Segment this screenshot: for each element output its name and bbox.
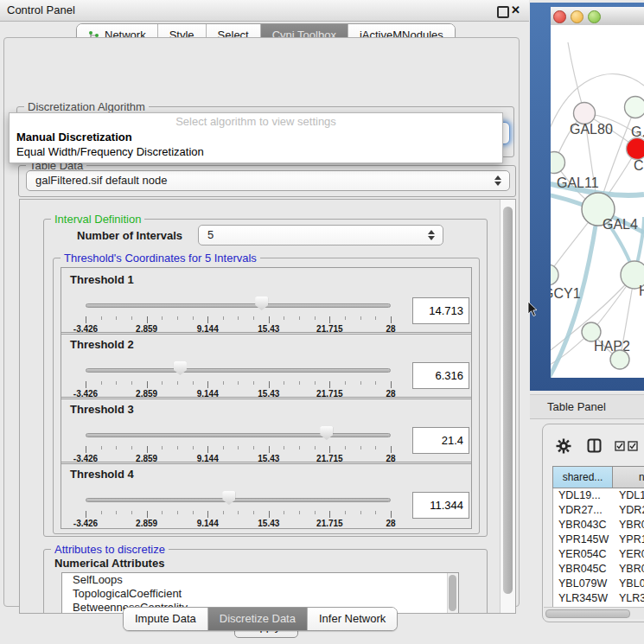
threshold-1-slider[interactable]: -3.4262.8599.14415.4321.71528 [86,292,391,332]
slider-ticks [86,381,392,388]
vertical-scrollbar[interactable] [500,200,515,613]
threshold-1-label: Threshold 1 [70,273,134,286]
threshold-2-value-field[interactable] [412,362,469,389]
tab-infer-network[interactable]: Infer Network [307,608,397,630]
table-cell[interactable]: YBR0 [614,562,644,577]
column-header-shared-name[interactable]: shared... [552,466,613,488]
network-node[interactable] [627,138,644,160]
zoom-traffic-light[interactable] [588,10,601,23]
table-cell[interactable]: YER054C [553,547,614,562]
vertical-scrollbar-thumb[interactable] [503,207,513,594]
table-row[interactable]: YDL19...YDL1 [553,488,644,503]
float-window-icon[interactable] [497,6,509,18]
table-cell[interactable]: YDL19... [553,488,614,503]
table-row[interactable]: YDR27...YDR2 [553,503,644,518]
interval-definition-group: Interval Definition Number of Intervals … [43,219,488,537]
table-cell[interactable]: YDR27... [553,503,614,518]
network-node[interactable] [610,350,629,369]
network-node-label: GCY1 [551,286,581,301]
table-cell[interactable]: YBR0 [614,518,644,532]
column-header-name[interactable]: n... [613,466,644,488]
threshold-4-slider[interactable]: -3.4262.8599.14415.4321.71528 [86,487,391,526]
list-scrollbar[interactable] [447,573,458,614]
number-of-intervals-spinner[interactable]: 5 [198,225,443,245]
dropdown-option-equal-width-frequency[interactable]: Equal Width/Frequency Discretization [10,144,502,159]
table-cell[interactable]: YDL1 [614,488,644,503]
table-cell[interactable]: YLR3 [614,591,644,606]
network-view-window[interactable]: GAL80G.CGAL11GAL4GCY1HHAP2 [530,3,644,391]
tab-discretize-data[interactable]: Discretize Data [207,608,307,630]
table-row[interactable]: YBL079WYBL0 [553,577,644,591]
tick-label: 15.43 [258,519,279,528]
table-row[interactable]: YLR345WYLR3 [553,591,644,606]
close-icon[interactable]: ✕ [511,3,520,18]
threshold-2-panel: Threshold 2 -3.4262.8599.14415.4321.7152… [61,332,472,399]
table-cell[interactable]: YBR043C [553,518,614,532]
control-panel-titlebar: Control Panel ✕ [0,0,529,22]
threshold-1-value-field[interactable] [412,297,469,324]
table-row[interactable]: YBR045CYBR0 [553,562,644,577]
network-nodes[interactable]: GAL80G.CGAL11GAL4GCY1HHAP2 [551,97,644,370]
network-node[interactable] [551,152,565,174]
minimize-traffic-light[interactable] [571,10,583,23]
interval-definition-label: Interval Definition [51,213,144,226]
slider-thumb[interactable] [222,491,235,505]
tick-label: 9.144 [197,519,219,528]
table-data-combobox[interactable]: galFiltered.sif default node [26,170,510,191]
table-cell[interactable]: YDR2 [614,503,644,518]
tab-impute-data[interactable]: Impute Data [124,608,207,630]
attribute-item[interactable]: SelfLoops [62,573,458,587]
slider-ticks [86,511,392,518]
slider-track [86,303,391,308]
table-panel-title: Table Panel [547,395,606,418]
table-body[interactable]: YDL19...YDL1YDR27...YDR2YBR043CYBR0YPR14… [552,488,644,607]
screen: Control Panel ✕ Network Style Select Cyn… [0,0,644,644]
threshold-3-value-field[interactable] [412,427,469,454]
threshold-3-panel: Threshold 3 -3.4262.8599.14415.4321.7152… [61,397,472,464]
slider-ticks [86,446,392,453]
checkbox-columns-icon[interactable] [615,441,639,451]
horizontal-scrollbar[interactable] [544,607,644,619]
threshold-3-slider[interactable]: -3.4262.8599.14415.4321.71528 [86,422,391,462]
table-data-group: Table Data galFiltered.sif default node [18,165,516,197]
close-traffic-light[interactable] [553,10,566,23]
discretization-algorithm-label: Discretization Algorithm [24,100,149,113]
threshold-3-label: Threshold 3 [70,403,134,416]
dropdown-prompt: Select algorithm to view settings [10,113,502,130]
slider-thumb[interactable] [320,426,333,440]
threshold-1-panel: Threshold 1 -3.4262.8599.14415.4321.7152… [61,267,472,335]
number-of-intervals-value: 5 [207,226,214,245]
table-row[interactable]: YBR043CYBR0 [553,518,644,532]
attributes-group-label: Attributes to discretize [51,543,169,556]
table-cell[interactable]: YBL079W [553,577,614,591]
horizontal-scrollbar-thumb[interactable] [545,609,630,618]
table-cell[interactable]: YPR1 [614,532,644,547]
table-cell[interactable]: YPR145W [553,532,614,547]
network-node[interactable] [625,97,644,118]
algorithm-dropdown-popup: Select algorithm to view settings Manual… [9,112,503,163]
table-cell[interactable]: YER0 [614,547,644,562]
table-row[interactable]: YPR145WYPR1 [553,532,644,547]
network-canvas[interactable]: GAL80G.CGAL11GAL4GCY1HHAP2 [551,25,644,378]
slider-thumb[interactable] [255,296,268,310]
network-node-label: GAL11 [557,175,599,190]
network-node[interactable] [574,103,596,124]
attribute-item[interactable]: TopologicalCoefficient [62,587,458,601]
mouse-cursor [527,302,538,317]
network-canvas-svg: GAL80G.CGAL11GAL4GCY1HHAP2 [551,25,644,378]
slider-thumb[interactable] [174,361,187,375]
network-node-label: GAL4 [603,217,638,232]
network-node[interactable] [551,265,558,285]
dropdown-option-manual-discretization[interactable]: Manual Discretization [10,130,502,144]
table-panel-titlebar: Table Panel [530,394,644,419]
split-panel-icon[interactable] [587,438,602,453]
table-row[interactable]: YER054CYER0 [553,547,644,562]
threshold-4-value-field[interactable] [412,492,469,519]
gear-icon[interactable] [556,438,571,454]
table-cell[interactable]: YBL0 [614,577,644,591]
table-cell[interactable]: YLR345W [553,591,614,606]
list-scrollbar-thumb[interactable] [449,575,456,611]
threshold-2-slider[interactable]: -3.4262.8599.14415.4321.71528 [86,357,391,397]
table-cell[interactable]: YBR045C [553,562,614,577]
network-node-label: G. [631,124,644,139]
